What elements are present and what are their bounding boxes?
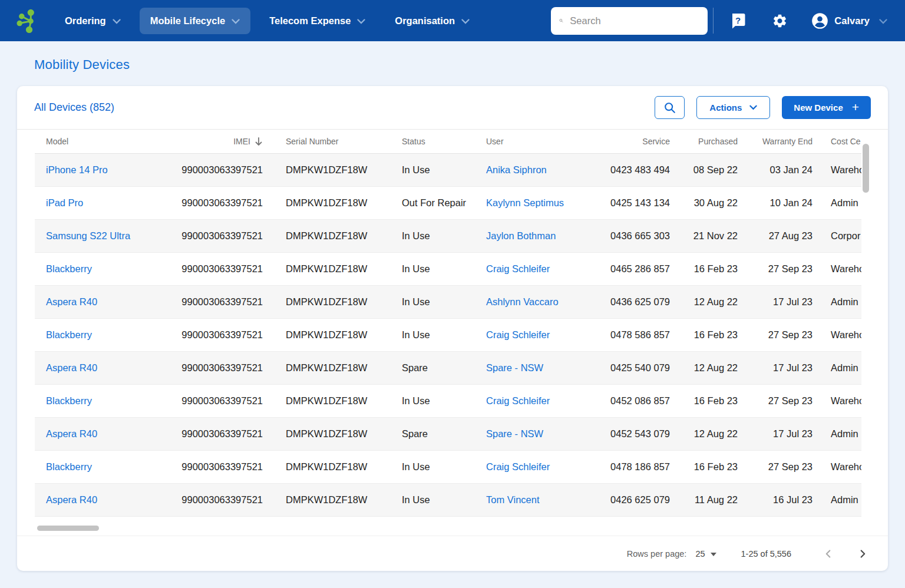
device-user-link[interactable]: Craig Schleifer [486,329,550,340]
device-service: 0423 483 494 [607,164,670,176]
device-user-link[interactable]: Craig Schleifer [486,263,550,274]
avatar-icon [811,12,828,29]
device-model-link[interactable]: Aspera R40 [46,494,97,505]
nav-item-organisation[interactable]: Organisation [384,8,480,34]
user-menu[interactable]: Calvary [811,12,887,29]
device-purchased-date: 16 Feb 23 [670,329,738,341]
device-model-link[interactable]: iPad Pro [46,197,83,208]
device-warranty-end: 27 Sep 23 [738,395,812,407]
new-device-button[interactable]: New Device + [782,96,871,119]
column-header-warranty-end[interactable]: Warranty End [738,137,812,146]
nav-item-label: Mobile Lifecycle [150,15,225,27]
device-imei: 990003063397521 [164,494,263,506]
device-user-link[interactable]: Spare - NSW [486,362,543,373]
devices-card: All Devices (852) Actions New Device + M… [17,86,888,571]
vertical-scrollbar-thumb[interactable] [863,144,869,193]
device-imei: 990003063397521 [164,230,263,242]
device-cost-centre: Wareho [812,164,861,176]
table-row: Blackberry 990003063397521 DMPKW1DZF18W … [35,253,861,286]
device-model-link[interactable]: Samsung S22 Ultra [46,230,130,241]
device-service: 0436 625 079 [607,296,670,308]
device-purchased-date: 12 Aug 22 [670,296,738,308]
device-purchased-date: 12 Aug 22 [670,362,738,374]
nav-item-ordering[interactable]: Ordering [54,8,131,34]
app-logo-icon[interactable] [14,8,39,34]
device-status: In Use [401,230,486,242]
chevron-down-icon [232,19,240,24]
device-service: 0425 143 134 [607,197,670,209]
device-imei: 990003063397521 [164,164,263,176]
table-row: iPhone 14 Pro 990003063397521 DMPKW1DZF1… [35,154,861,187]
table-search-button[interactable] [655,96,685,119]
device-purchased-date: 16 Feb 23 [670,395,738,407]
device-service: 0452 543 079 [607,428,670,440]
device-cost-centre: Wareho [812,263,861,275]
actions-button[interactable]: Actions [696,96,770,119]
vertical-scrollbar[interactable] [863,140,869,522]
device-user-link[interactable]: Spare - NSW [486,428,543,439]
device-cost-centre: Admin [812,362,861,374]
device-user-link[interactable]: Kaylynn Septimus [486,197,564,208]
table-row: Blackberry 990003063397521 DMPKW1DZF18W … [35,451,861,484]
device-cost-centre: Admin [812,296,861,308]
device-warranty-end: 17 Jul 23 [738,428,812,440]
column-header-serial[interactable]: Serial Number [263,137,401,146]
svg-text:?: ? [735,15,741,25]
column-header-service[interactable]: Service [607,137,670,146]
table-row: Aspera R40 990003063397521 DMPKW1DZF18W … [35,418,861,451]
device-imei: 990003063397521 [164,263,263,275]
user-name: Calvary [834,15,870,27]
all-devices-link[interactable]: All Devices (852) [34,101,114,114]
device-model-link[interactable]: Blackberry [46,329,92,340]
help-button[interactable]: ? [730,12,746,29]
nav-item-mobile-lifecycle[interactable]: Mobile Lifecycle [140,8,250,34]
search-input[interactable] [570,15,699,27]
device-model-link[interactable]: Aspera R40 [46,296,97,307]
device-user-link[interactable]: Ashlynn Vaccaro [486,296,559,307]
device-user-link[interactable]: Anika Siphron [486,164,547,175]
nav-item-label: Organisation [395,15,455,27]
device-serial-number: DMPKW1DZF18W [263,263,401,275]
table-row: Aspera R40 990003063397521 DMPKW1DZF18W … [35,484,861,517]
pagination-range-label: 1-25 of 5,556 [741,549,791,559]
navbar-divider [713,8,714,34]
device-service: 0478 186 857 [607,461,670,473]
device-model-link[interactable]: Aspera R40 [46,362,97,373]
previous-page-button[interactable] [822,547,835,560]
rows-per-page-select[interactable]: 25 [695,549,716,559]
table-row: Blackberry 990003063397521 DMPKW1DZF18W … [35,385,861,418]
table-row: Aspera R40 990003063397521 DMPKW1DZF18W … [35,352,861,385]
global-search[interactable] [551,7,708,35]
nav-item-telecom-expense[interactable]: Telecom Expense [259,8,376,34]
device-user-link[interactable]: Craig Schleifer [486,461,550,472]
device-status: In Use [401,329,486,341]
device-user-link[interactable]: Jaylon Bothman [486,230,556,241]
column-header-purchased[interactable]: Purchased [670,137,738,146]
search-icon [663,101,676,114]
devices-table: Model IMEI Serial Number Status User Ser… [35,130,861,517]
device-model-link[interactable]: Aspera R40 [46,428,97,439]
device-model-link[interactable]: iPhone 14 Pro [46,164,108,175]
device-model-link[interactable]: Blackberry [46,263,92,274]
device-model-link[interactable]: Blackberry [46,461,92,472]
column-header-user[interactable]: User [486,137,607,146]
device-model-link[interactable]: Blackberry [46,395,92,406]
column-header-model[interactable]: Model [35,137,164,146]
horizontal-scrollbar-thumb[interactable] [37,526,99,531]
next-page-button[interactable] [856,547,869,560]
device-user-link[interactable]: Tom Vincent [486,494,540,505]
column-header-imei[interactable]: IMEI [164,137,263,146]
settings-button[interactable] [772,13,788,29]
column-header-status[interactable]: Status [401,137,486,146]
device-user-link[interactable]: Craig Schleifer [486,395,550,406]
new-device-button-label: New Device [794,103,843,113]
device-cost-centre: Wareho [812,395,861,407]
column-header-cost-centre[interactable]: Cost Ce [812,137,861,146]
sort-descending-icon [255,137,263,146]
page-title: Mobility Devices [34,57,905,72]
device-status: Spare [401,428,486,440]
device-purchased-date: 21 Nov 22 [670,230,738,242]
device-cost-centre: Wareho [812,329,861,341]
device-status: In Use [401,263,486,275]
caret-down-icon [711,553,716,556]
